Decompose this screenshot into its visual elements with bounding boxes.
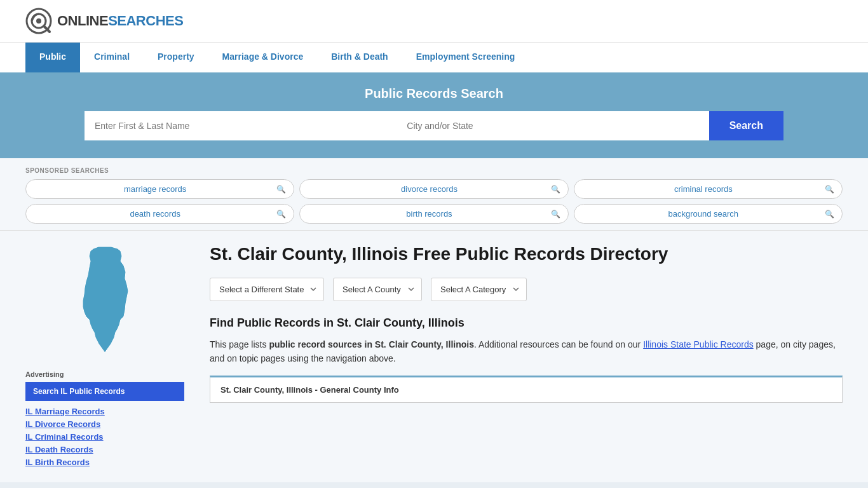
svg-point-2 <box>36 18 41 24</box>
logo-area: ONLINE SEARCHES <box>25 8 183 34</box>
il-state-records-link[interactable]: Illinois State Public Records <box>643 339 754 349</box>
search-icon: 🔍 <box>825 210 834 219</box>
name-input[interactable] <box>85 111 397 140</box>
search-icon: 🔍 <box>276 210 286 219</box>
logo-text: ONLINE SEARCHES <box>57 13 183 29</box>
sponsored-tag-birth-text: birth records <box>308 209 550 219</box>
search-banner-title: Public Records Search <box>25 86 843 101</box>
main-nav: Public Criminal Property Marriage & Divo… <box>0 42 868 72</box>
logo-searches: SEARCHES <box>108 13 183 29</box>
sidebar: Advertising Search IL Public Records IL … <box>0 231 197 482</box>
find-records-title: Find Public Records in St. Clair County,… <box>210 316 843 330</box>
il-criminal-link[interactable]: IL Criminal Records <box>25 432 104 442</box>
description-part2: . Additional resources can be found on o… <box>474 339 643 349</box>
sponsored-tag-birth[interactable]: birth records 🔍 <box>299 204 568 224</box>
description-part1: This page lists <box>210 339 269 349</box>
search-banner: Public Records Search Search <box>0 72 868 158</box>
category-dropdown[interactable]: Select A Category <box>431 278 527 301</box>
search-icon: 🔍 <box>551 185 560 194</box>
sponsored-section: SPONSORED SEARCHES marriage records 🔍 di… <box>0 158 868 231</box>
sponsored-tag-death[interactable]: death records 🔍 <box>25 204 294 224</box>
sponsored-label: SPONSORED SEARCHES <box>25 167 843 174</box>
sponsored-tag-background[interactable]: background search 🔍 <box>574 204 843 224</box>
sponsored-tag-background-text: background search <box>582 209 825 219</box>
county-dropdown[interactable]: Select A County <box>333 278 422 301</box>
search-icon: 🔍 <box>551 210 560 219</box>
list-item: IL Birth Records <box>25 457 184 467</box>
description-text: This page lists public record sources in… <box>210 337 843 366</box>
nav-item-employment[interactable]: Employment Screening <box>402 43 529 72</box>
nav-item-birth-death[interactable]: Birth & Death <box>317 43 402 72</box>
lower-section: Advertising Search IL Public Records IL … <box>0 231 868 482</box>
nav-item-marriage-divorce[interactable]: Marriage & Divorce <box>208 43 318 72</box>
nav-item-criminal[interactable]: Criminal <box>80 43 144 72</box>
list-item: IL Criminal Records <box>25 431 184 442</box>
sponsored-tag-divorce[interactable]: divorce records 🔍 <box>299 179 568 199</box>
advertising-label: Advertising <box>25 370 184 378</box>
illinois-map <box>64 243 146 358</box>
sponsored-tag-divorce-text: divorce records <box>308 184 550 194</box>
nav-item-public[interactable]: Public <box>25 43 80 72</box>
search-il-button[interactable]: Search IL Public Records <box>25 382 184 401</box>
state-dropdown[interactable]: Select a Different State <box>210 278 324 301</box>
logo-online: ONLINE <box>57 13 108 29</box>
sponsored-tag-marriage[interactable]: marriage records 🔍 <box>25 179 294 199</box>
list-item: IL Death Records <box>25 444 184 454</box>
search-form: Search <box>85 111 783 140</box>
search-icon: 🔍 <box>276 185 286 194</box>
nav-item-property[interactable]: Property <box>144 43 208 72</box>
sidebar-links: IL Marriage Records IL Divorce Records I… <box>25 406 184 467</box>
location-input[interactable] <box>397 111 709 140</box>
sponsored-tag-marriage-text: marriage records <box>34 184 276 194</box>
list-item: IL Marriage Records <box>25 406 184 416</box>
sponsored-tag-criminal-text: criminal records <box>582 184 825 194</box>
sponsored-grid: marriage records 🔍 divorce records 🔍 cri… <box>25 179 843 224</box>
il-birth-link[interactable]: IL Birth Records <box>25 458 90 467</box>
il-divorce-link[interactable]: IL Divorce Records <box>25 419 100 429</box>
logo-icon <box>25 8 52 34</box>
il-death-link[interactable]: IL Death Records <box>25 445 93 454</box>
main-right-content: St. Clair County, Illinois Free Public R… <box>197 231 868 482</box>
sponsored-tag-death-text: death records <box>34 209 276 219</box>
il-marriage-link[interactable]: IL Marriage Records <box>25 407 105 416</box>
search-button[interactable]: Search <box>709 111 783 140</box>
dropdowns-row: Select a Different State Select A County… <box>210 278 843 301</box>
county-info-box: St. Clair County, Illinois - General Cou… <box>210 376 843 403</box>
list-item: IL Divorce Records <box>25 419 184 429</box>
search-icon: 🔍 <box>825 185 834 194</box>
state-map-container <box>25 243 184 358</box>
header: ONLINE SEARCHES <box>0 0 868 42</box>
description-bold: public record sources in St. Clair Count… <box>269 339 474 349</box>
sponsored-tag-criminal[interactable]: criminal records 🔍 <box>574 179 843 199</box>
page-title: St. Clair County, Illinois Free Public R… <box>210 243 843 265</box>
